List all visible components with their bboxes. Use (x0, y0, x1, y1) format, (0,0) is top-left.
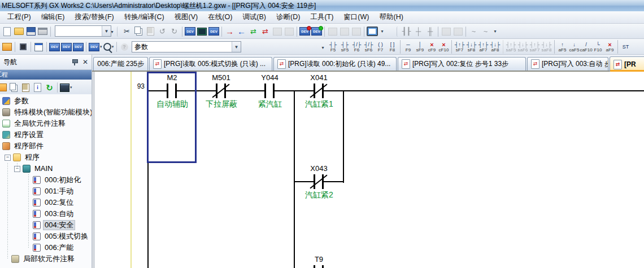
cross-reference-icon[interactable] (33, 41, 44, 52)
tree-item[interactable]: 003:自动 (0, 208, 92, 219)
menu-item[interactable]: 调试(B) (237, 11, 271, 23)
close-contact-button[interactable]: ┤/├F6 (351, 40, 363, 54)
tree-item[interactable]: 程序设置 (0, 129, 92, 140)
find-step-icon[interactable] (441, 26, 451, 37)
pin-icon[interactable] (71, 59, 78, 66)
copy-data-icon[interactable] (8, 82, 19, 93)
tree-expander[interactable]: − (5, 155, 11, 161)
paste-icon[interactable] (145, 26, 156, 37)
remote-operation-icon[interactable] (284, 26, 294, 37)
horizontal-line-button[interactable]: ─F9 (400, 40, 414, 54)
tab-000-init[interactable]: [PRG]读取 000:初始化 (只读) 49... (273, 57, 397, 71)
toolbar-overflow[interactable]: ▾ (320, 42, 326, 53)
menu-item[interactable]: 诊断(D) (271, 11, 305, 23)
tree-item[interactable]: − MAIN (0, 163, 92, 174)
menu-item[interactable]: 工程(P) (2, 11, 36, 23)
falling-pulse-branch-button[interactable]: ┤↓├aF8 (489, 40, 501, 54)
tree-item[interactable]: 000:初始化 (0, 174, 92, 186)
tree-item[interactable]: 004:安全 (0, 219, 92, 231)
application-instruction-button[interactable]: [ ]F8 (386, 40, 398, 54)
rising-pulse-close-button[interactable]: ┤↑├saF5 (503, 40, 517, 54)
tab-003-auto[interactable]: [PRG]写入 003:自动 步号2 (527, 57, 608, 71)
transfer-setup-icon[interactable] (351, 26, 362, 37)
coil-button[interactable]: ( )F7 (375, 40, 386, 54)
menu-item[interactable]: 窗口(W) (338, 11, 374, 23)
menu-item[interactable]: 搜索/替换(F) (69, 11, 119, 23)
help-icon[interactable]: ? (119, 41, 130, 52)
contact-symbol[interactable] (212, 84, 229, 98)
paste-data-icon[interactable] (20, 82, 31, 93)
start-monitor-icon[interactable]: DEV (299, 26, 310, 37)
verify-with-plc-icon[interactable] (272, 26, 282, 37)
tab-002-reset[interactable]: [PRG]写入 002:复位 步号1 33步 (398, 57, 526, 71)
contact-symbol[interactable] (310, 84, 327, 98)
navigation-window-icon[interactable] (2, 41, 12, 52)
falling-pulse-close-branch-button[interactable]: ┤↓├saF8 (541, 40, 552, 54)
rising-pulse-button[interactable]: ┤↑├sF7 (451, 40, 465, 54)
pulse-conversion-button[interactable]: ↑aF5 (554, 40, 568, 54)
ladder-monitor-icon[interactable]: ┨┠ (401, 26, 412, 37)
write-to-plc-icon[interactable]: → (224, 26, 235, 37)
contact-symbol[interactable] (261, 84, 278, 98)
note-icon[interactable]: DEV (208, 26, 219, 37)
rising-pulse-close-branch-button[interactable]: ┤↑├saF7 (529, 40, 541, 54)
falling-pulse-close-button[interactable]: ┤↓├saF6 (517, 40, 529, 54)
chevron-down-icon[interactable]: ▼ (232, 42, 241, 52)
contact-symbol[interactable] (310, 265, 327, 268)
sort-icon[interactable] (60, 82, 72, 93)
close-icon[interactable]: ✕ (81, 59, 89, 65)
tree-item[interactable]: 程序部件 (0, 140, 92, 152)
toolbar-overflow[interactable]: ▾ (492, 26, 498, 37)
device-find-icon[interactable] (103, 41, 114, 52)
ladder-editor[interactable]: 93 M2 自动辅助 M501 下拉屏蔽 Y044 紧汽缸 X041 汽缸紧1 … (95, 72, 644, 268)
undo-icon[interactable]: ↺ (157, 26, 168, 37)
monitor-stop-icon[interactable]: ⇄ (260, 26, 271, 37)
tree-item[interactable]: − 程序 (0, 152, 92, 163)
tree-item[interactable]: 局部软元件注释 (0, 253, 92, 265)
tab-005-mode-switch[interactable]: [PRG]读取 005:模式切换 (只读) ... (149, 57, 272, 71)
wave-monitor-icon[interactable]: ~ (468, 26, 479, 37)
rising-pulse-branch-button[interactable]: ┤↑├aF7 (477, 40, 489, 54)
ladder-pulse-icon[interactable]: ╫ (425, 26, 436, 37)
sampling-trace-icon[interactable] (327, 26, 338, 37)
pulse-conversion-close-button[interactable]: ↓caF5 (568, 40, 580, 54)
invert-operation-button[interactable]: /caF10 (580, 40, 592, 54)
ladder-edit-icon[interactable]: ┼ (413, 26, 424, 37)
window-select-combo[interactable]: ▼ (55, 25, 111, 37)
device-comment-list-icon[interactable]: DEV (49, 41, 60, 52)
tree-item[interactable]: 001:手动 (0, 186, 92, 197)
refresh-icon[interactable]: ↻ (44, 82, 55, 93)
jump-icon[interactable] (452, 26, 463, 37)
close-branch-button[interactable]: ┤/├sF6 (363, 40, 375, 54)
menu-item[interactable]: 编辑(E) (36, 11, 70, 23)
device-test-icon[interactable]: DEV (311, 26, 322, 37)
inline-st-icon[interactable]: ST (617, 40, 632, 54)
falling-pulse-button[interactable]: ┤↓├sF8 (465, 40, 477, 54)
vertical-line-button[interactable]: │sF9 (414, 40, 426, 54)
menu-item[interactable]: 工具(T) (305, 11, 338, 23)
menu-item[interactable]: 帮助(H) (374, 11, 408, 23)
copy-icon[interactable] (133, 26, 144, 37)
save-project-icon[interactable] (25, 26, 36, 37)
menu-item[interactable]: 转换/编译(C) (119, 11, 169, 23)
device-register-monitor-icon[interactable]: DEV (73, 41, 84, 52)
tab-004-safety-active[interactable]: [PR (610, 56, 644, 72)
tree-item[interactable]: 全局软元件注释 (0, 118, 92, 129)
statement-icon[interactable] (197, 26, 207, 37)
tree-item[interactable]: 005:模式切换 (0, 231, 92, 242)
menu-item[interactable]: 在线(O) (203, 11, 237, 23)
delete-vertical-line-button[interactable]: ×cF10 (438, 40, 450, 54)
tree-item[interactable]: 002:复位 (0, 197, 92, 208)
open-project-icon[interactable] (14, 26, 24, 37)
toolbar-overflow[interactable]: ▾ (109, 26, 115, 37)
new-project-icon[interactable] (2, 26, 12, 37)
menu-item[interactable]: 视图(V) (169, 11, 203, 23)
tree-item[interactable]: 参数 (0, 95, 92, 107)
device-comment-icon[interactable]: DEV (185, 26, 195, 37)
tab-006-capacity[interactable]: 006:产能 235步 (93, 57, 148, 71)
tree-item[interactable]: 特殊模块(智能功能模块) (0, 107, 92, 118)
delete-line-button[interactable]: ×aF9 (604, 40, 616, 54)
cut-icon[interactable]: ✂ (121, 26, 132, 37)
open-branch-button[interactable]: ┤├sF5 (339, 40, 351, 54)
wave-trace-icon[interactable]: ~ (480, 26, 491, 37)
